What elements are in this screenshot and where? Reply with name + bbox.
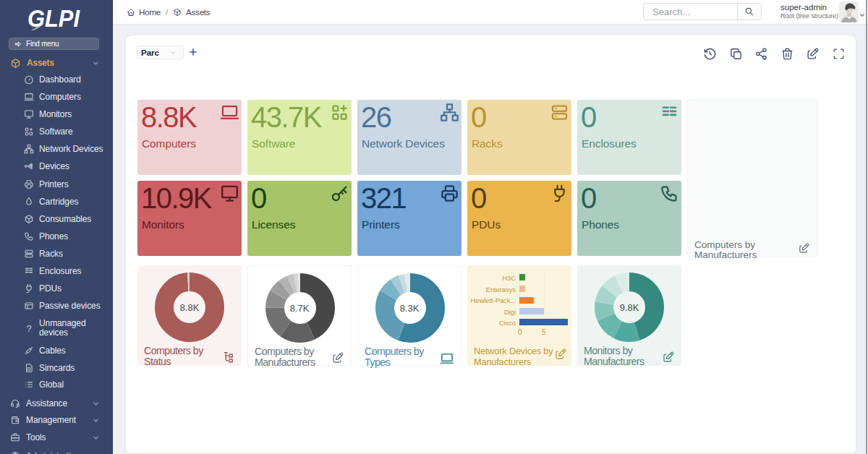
svg-text:GLPI: GLPI (27, 7, 80, 30)
